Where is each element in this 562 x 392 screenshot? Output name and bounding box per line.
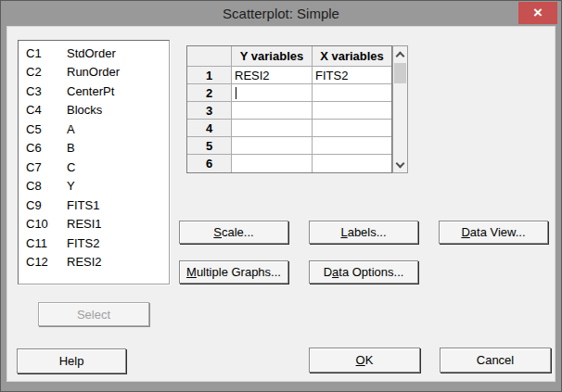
- dialog-body: C1StdOrder C2RunOrder C3CenterPt C4Block…: [6, 26, 556, 382]
- x-variable-cell[interactable]: FITS2: [313, 67, 391, 84]
- x-variable-cell[interactable]: [313, 120, 391, 137]
- ok-button[interactable]: OK: [309, 348, 420, 373]
- table-row: 1 RESI2 FITS2: [187, 67, 391, 84]
- data-options-button[interactable]: Data Options...: [309, 260, 418, 284]
- column-header-x-variables: X variables: [313, 46, 391, 67]
- data-view-button[interactable]: Data View...: [439, 221, 548, 244]
- table-row: 6: [187, 155, 391, 172]
- multiple-graphs-button[interactable]: Multiple Graphs...: [179, 260, 288, 284]
- list-item[interactable]: C10RESI1: [19, 215, 169, 234]
- table-scrollbar[interactable]: [392, 45, 408, 173]
- scrollbar-thumb[interactable]: [394, 63, 406, 83]
- y-variable-cell[interactable]: [232, 155, 313, 172]
- list-item[interactable]: C11FITS2: [19, 234, 169, 253]
- variables-table: Y variables X variables 1 RESI2 FITS2 2 …: [186, 45, 392, 173]
- y-variable-cell[interactable]: RESI2: [232, 67, 313, 84]
- list-item[interactable]: C9FITS1: [19, 196, 169, 215]
- row-number: 4: [187, 120, 232, 137]
- chevron-down-icon: [396, 158, 405, 168]
- list-item[interactable]: C5A: [19, 120, 169, 139]
- cancel-button[interactable]: Cancel: [440, 348, 551, 373]
- row-number: 5: [187, 137, 232, 155]
- table-row: 2: [187, 84, 391, 102]
- column-header-y-variables: Y variables: [232, 46, 313, 67]
- x-variable-cell[interactable]: [313, 137, 391, 155]
- list-item[interactable]: C3CenterPt: [19, 82, 169, 101]
- y-variable-cell[interactable]: [232, 102, 313, 120]
- list-item[interactable]: C2RunOrder: [19, 63, 169, 82]
- dialog-title: Scatterplot: Simple: [223, 6, 339, 21]
- corner-cell: [187, 46, 232, 67]
- y-variable-cell-active[interactable]: [232, 84, 313, 102]
- scroll-down-button[interactable]: [393, 158, 407, 172]
- y-variable-cell[interactable]: [232, 137, 313, 155]
- y-variable-cell[interactable]: [232, 120, 313, 137]
- table-row: 5: [187, 137, 391, 155]
- row-number: 3: [187, 102, 232, 120]
- dialog-window: Scatterplot: Simple × C1StdOrder C2RunOr…: [0, 0, 562, 392]
- select-button[interactable]: Select: [38, 302, 149, 326]
- list-item[interactable]: C12RESI2: [19, 253, 169, 272]
- labels-button[interactable]: Labels...: [309, 221, 418, 244]
- x-variable-cell[interactable]: [313, 155, 391, 172]
- list-item[interactable]: C8Y: [19, 177, 169, 196]
- variable-listbox[interactable]: C1StdOrder C2RunOrder C3CenterPt C4Block…: [18, 40, 170, 285]
- row-number: 6: [187, 155, 232, 172]
- table-header-row: Y variables X variables: [187, 46, 391, 67]
- list-item[interactable]: C6B: [19, 139, 169, 158]
- scale-button[interactable]: Scale...: [179, 221, 288, 244]
- row-number: 2: [187, 84, 232, 102]
- title-bar[interactable]: Scatterplot: Simple ×: [1, 1, 561, 26]
- x-variable-cell[interactable]: [313, 102, 391, 120]
- scroll-up-button[interactable]: [393, 46, 407, 61]
- x-variable-cell[interactable]: [313, 84, 391, 102]
- table-row: 4: [187, 120, 391, 137]
- row-number: 1: [187, 67, 232, 84]
- help-button[interactable]: Help: [17, 348, 126, 373]
- list-item[interactable]: C1StdOrder: [19, 44, 169, 63]
- chevron-up-icon: [396, 51, 405, 60]
- close-icon: ×: [533, 4, 543, 22]
- list-item[interactable]: C7C: [19, 158, 169, 177]
- text-caret: [236, 87, 236, 99]
- close-button[interactable]: ×: [518, 2, 557, 24]
- list-item[interactable]: C4Blocks: [19, 101, 169, 120]
- table-row: 3: [187, 102, 391, 120]
